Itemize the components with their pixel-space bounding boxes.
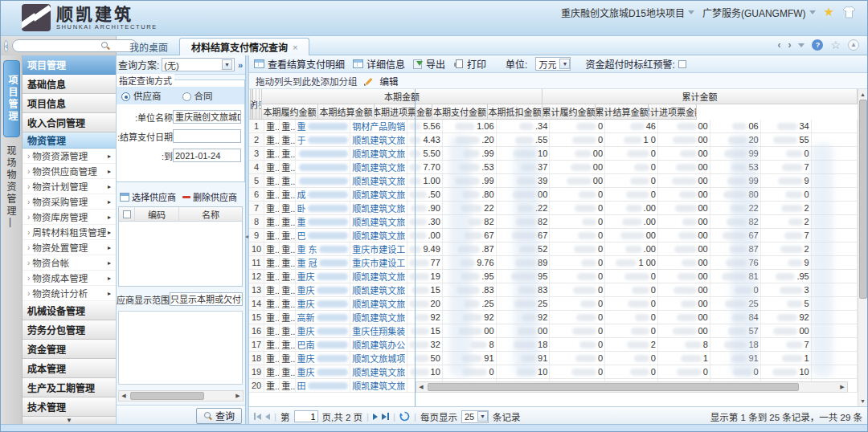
- prev-page-button[interactable]: [265, 414, 270, 420]
- sidebar-item-物资成本管理[interactable]: ›物资成本管理▸: [23, 271, 116, 286]
- cell-contract[interactable]: 顺凯建筑文旅城...: [350, 229, 407, 242]
- favorites-icon[interactable]: ★: [824, 5, 834, 19]
- cell-supplier[interactable]: 重庆: [296, 352, 351, 365]
- cell-contract[interactable]: 顺凯建筑文旅城...: [350, 379, 407, 392]
- table-vertical-scrollbar[interactable]: ▲ ▼: [858, 89, 867, 406]
- user-selector[interactable]: 广梦服务(GUANGMFW): [702, 6, 816, 19]
- scroll-left-icon[interactable]: ◀: [119, 391, 129, 401]
- cell-contract[interactable]: 顺凯建筑文旅城...: [350, 283, 407, 296]
- table-row[interactable]: 9重..重..巴顺凯建筑文旅城....00676700000677: [249, 229, 858, 242]
- contract-link[interactable]: 顺凯建筑文旅城...: [352, 365, 405, 378]
- sidebar-item-生产及工期管理[interactable]: 生产及工期管理: [23, 378, 116, 397]
- rail-module-project-management[interactable]: 项目管理: [3, 60, 20, 137]
- cell-supplier[interactable]: 田: [296, 379, 351, 392]
- contract-link[interactable]: 顺凯建筑文旅城...: [352, 379, 405, 392]
- cell-contract[interactable]: 顺凯建筑文旅城...: [350, 270, 407, 283]
- sidebar-item-物资统计分析[interactable]: ›物资统计分析▸: [23, 286, 116, 301]
- cell-contract[interactable]: 顺凯建筑文旅城...: [350, 215, 407, 228]
- cell-contract[interactable]: 钢材产品购销合同: [350, 120, 407, 132]
- supplier-link[interactable]: 于: [297, 133, 306, 146]
- scroll-left-icon[interactable]: ◀: [416, 382, 426, 392]
- col-header-6[interactable]: 累计结算金额: [596, 104, 649, 120]
- table-row[interactable]: 18重..重..重庆顺凯文旅城项目...509191001911: [249, 352, 858, 365]
- radio-contract[interactable]: 合同: [182, 89, 213, 102]
- supplier-link[interactable]: 成: [297, 188, 306, 201]
- cell-contract[interactable]: 顺凯建筑文旅城...: [350, 161, 407, 173]
- col-header-4[interactable]: 本期抵扣金额: [488, 104, 542, 120]
- grid-col-code[interactable]: 编码: [135, 207, 179, 221]
- first-page-button[interactable]: [254, 413, 261, 420]
- contract-link[interactable]: 顺凯建筑文旅城...: [352, 283, 405, 296]
- col-header-1[interactable]: 本期结算金额: [318, 104, 375, 120]
- table-row[interactable]: 19重..重..重庆顺凯建筑文旅城...10010000010: [249, 365, 858, 379]
- cell-supplier[interactable]: 高新: [296, 311, 351, 324]
- sidebar-item-收入合同管理[interactable]: 收入合同管理: [23, 113, 116, 132]
- supplier-range-select[interactable]: 只显示本期或欠付有值: [170, 292, 243, 306]
- sidebar-item-机械设备管理[interactable]: 机械设备管理: [23, 301, 116, 320]
- group-header-current-amount[interactable]: 本期金额: [262, 89, 542, 104]
- tab-scroll-left-icon[interactable]: ‹: [777, 39, 780, 51]
- cell-contract[interactable]: 顺凯文旅城项目...: [350, 352, 407, 365]
- remove-supplier-button[interactable]: 删除供应商: [182, 190, 237, 203]
- contract-link[interactable]: 顺凯文旅城项目...: [352, 352, 405, 365]
- favorite-tab-icon[interactable]: ☆: [830, 39, 841, 51]
- cell-supplier[interactable]: 重庆: [296, 365, 351, 378]
- sidebar-item-物资台帐[interactable]: ›物资台帐▸: [23, 255, 116, 271]
- detail-info-button[interactable]: 详细信息: [353, 57, 405, 71]
- contract-link[interactable]: 顺凯建筑文旅城...: [352, 202, 405, 214]
- cell-supplier[interactable]: 重庆: [296, 297, 351, 310]
- sidebar-item-成本管理[interactable]: 成本管理: [23, 359, 116, 378]
- table-row[interactable]: 13重..重..重庆顺凯建筑文旅城...15.8383000003: [249, 283, 858, 297]
- contract-link[interactable]: 顺凯建筑文旅城...: [352, 270, 405, 283]
- scrollbar-thumb[interactable]: [859, 100, 867, 299]
- cell-supplier[interactable]: [296, 161, 351, 173]
- supplier-link[interactable]: 巴: [297, 229, 306, 242]
- scroll-right-icon[interactable]: ▶: [837, 382, 847, 392]
- sidebar-item-技术管理[interactable]: 技术管理: [23, 397, 116, 417]
- contract-link[interactable]: 重庆市建设工程...: [352, 256, 405, 269]
- scrollbar-thumb[interactable]: [428, 383, 799, 391]
- collapse-up-icon[interactable]: ▲: [848, 39, 859, 51]
- supplier-link[interactable]: 重庆: [297, 270, 315, 283]
- contract-link[interactable]: 顺凯建筑文旅城...: [352, 188, 405, 201]
- per-page-select[interactable]: 25▼: [461, 410, 489, 423]
- query-search-button[interactable]: 查询: [196, 408, 242, 424]
- unit-name-input[interactable]: 重庆融创文旅城D15地块项目: [173, 110, 241, 124]
- sidebar-item-物资计划管理[interactable]: ›物资计划管理▸: [23, 179, 116, 194]
- col-header-7[interactable]: 累计进项票金额: [649, 104, 697, 120]
- table-row[interactable]: 7重..重..卧顺凯建筑文旅城....9022.220.0000222: [249, 202, 858, 215]
- supplier-link[interactable]: 重庆: [297, 283, 315, 296]
- query-horizontal-scrollbar[interactable]: ◀ ▶: [118, 390, 244, 401]
- supplier-link[interactable]: 重庆: [297, 365, 315, 378]
- cell-supplier[interactable]: 重庆: [296, 283, 351, 296]
- sidebar-item-项目管理[interactable]: 项目管理: [23, 55, 116, 75]
- sidebar-item-物资供应商管理[interactable]: ›物资供应商管理▸: [23, 164, 116, 179]
- cell-supplier[interactable]: 卧: [296, 202, 351, 214]
- col-header-5[interactable]: 累计履约金额: [542, 104, 596, 120]
- contract-link[interactable]: 顺凯建筑文旅城...: [352, 297, 405, 310]
- cell-contract[interactable]: 顺凯建筑文旅城...: [350, 147, 407, 160]
- tab-scroll-right-icon[interactable]: ›: [788, 39, 791, 51]
- supplier-link[interactable]: 重 冠: [297, 256, 317, 269]
- group-header-cumulative-amount[interactable]: 累计金额: [542, 89, 858, 104]
- cell-supplier[interactable]: [296, 174, 351, 187]
- table-row[interactable]: 3重..重..顺凯建筑文旅城...5.50.991000000990: [249, 147, 858, 161]
- sidebar-item-项目信息[interactable]: 项目信息: [23, 94, 116, 113]
- tab-material-settlement-query[interactable]: 材料结算支付情况查询 ×: [179, 38, 309, 55]
- cell-contract[interactable]: 重庆市建设工程...: [350, 256, 407, 269]
- supplier-link[interactable]: 高新: [297, 311, 315, 324]
- scroll-up-icon[interactable]: ▲: [858, 89, 868, 100]
- table-row[interactable]: 15重..重..高新顺凯建筑文旅城...92929200008492: [249, 311, 858, 324]
- contract-link[interactable]: 顺凯建筑文旅城...: [352, 147, 405, 160]
- select-all-checkbox[interactable]: [119, 207, 135, 221]
- table-row[interactable]: 14重..重..重庆顺凯建筑文旅城...20.25250000255: [249, 297, 858, 311]
- cell-contract[interactable]: 顺凯建筑文旅城...: [350, 202, 407, 214]
- table-row[interactable]: 17重..重..巴南顺凯建筑办公家...32818028187: [249, 338, 858, 352]
- sidebar-item-物资管理[interactable]: 物资管理: [23, 132, 116, 149]
- page-number-input[interactable]: [294, 410, 318, 422]
- cell-supplier[interactable]: 巴南: [296, 338, 351, 351]
- next-page-button[interactable]: [373, 414, 378, 420]
- sidebar-item-物资资源管理[interactable]: ›物资资源管理▸: [23, 149, 116, 164]
- supplier-link[interactable]: 重庆: [297, 297, 315, 310]
- supplier-link[interactable]: 重: [297, 215, 306, 228]
